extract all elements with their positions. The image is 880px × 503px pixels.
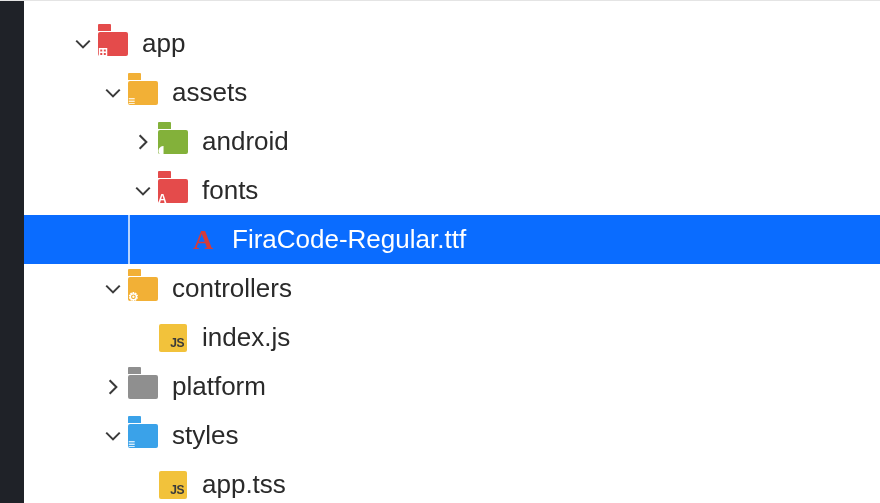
activity-bar[interactable]	[0, 1, 24, 503]
folder-app-icon: ⊞	[98, 29, 128, 59]
folder-styles-icon: ≡	[128, 421, 158, 451]
font-file-icon: A	[188, 225, 218, 255]
tree-folder-platform[interactable]: platform	[24, 362, 880, 411]
tree-folder-fonts[interactable]: A fonts	[24, 166, 880, 215]
js-file-icon: JS	[158, 470, 188, 500]
tree-item-label: FiraCode-Regular.ttf	[232, 224, 466, 255]
js-file-icon: JS	[158, 323, 188, 353]
chevron-down-icon[interactable]	[68, 35, 98, 53]
folder-controllers-icon: ⚙	[128, 274, 158, 304]
chevron-down-icon[interactable]	[128, 182, 158, 200]
tree-folder-styles[interactable]: ≡ styles	[24, 411, 880, 460]
tree-file-apptss[interactable]: JS app.tss	[24, 460, 880, 503]
tree-folder-app[interactable]: ⊞ app	[24, 19, 880, 68]
chevron-down-icon[interactable]	[98, 280, 128, 298]
tree-folder-android[interactable]: ◖ android	[24, 117, 880, 166]
tree-file-font[interactable]: A FiraCode-Regular.ttf	[24, 215, 880, 264]
tree-folder-assets[interactable]: ≡ assets	[24, 68, 880, 117]
tree-item-label: android	[202, 126, 289, 157]
folder-assets-icon: ≡	[128, 78, 158, 108]
tree-item-label: assets	[172, 77, 247, 108]
tree-item-label: platform	[172, 371, 266, 402]
file-explorer: ⊞ app ≡ assets	[24, 1, 880, 503]
chevron-down-icon[interactable]	[98, 84, 128, 102]
tree-file-indexjs[interactable]: JS index.js	[24, 313, 880, 362]
folder-fonts-icon: A	[158, 176, 188, 206]
tree-item-label: styles	[172, 420, 238, 451]
tree-item-label: index.js	[202, 322, 290, 353]
tree-item-label: app	[142, 28, 185, 59]
chevron-right-icon[interactable]	[128, 133, 158, 151]
folder-android-icon: ◖	[158, 127, 188, 157]
chevron-down-icon[interactable]	[98, 427, 128, 445]
tree-item-label: fonts	[202, 175, 258, 206]
tree-item-label: controllers	[172, 273, 292, 304]
tree-item-label: app.tss	[202, 469, 286, 500]
folder-generic-icon	[128, 372, 158, 402]
tree-folder-controllers[interactable]: ⚙ controllers	[24, 264, 880, 313]
file-tree[interactable]: ⊞ app ≡ assets	[24, 1, 880, 503]
chevron-right-icon[interactable]	[98, 378, 128, 396]
